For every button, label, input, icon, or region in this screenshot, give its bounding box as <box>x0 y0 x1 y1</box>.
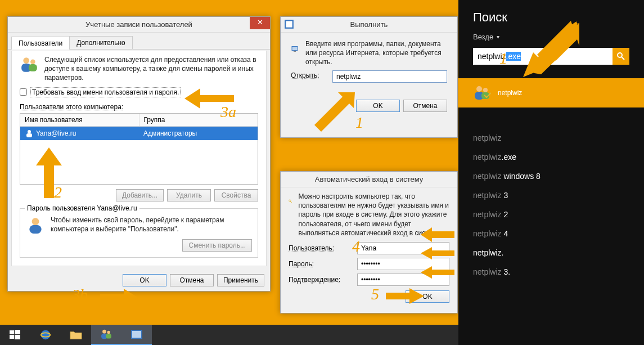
cancel-button[interactable]: Отмена <box>170 274 214 286</box>
run-ok-button[interactable]: OK <box>356 100 400 112</box>
netplwiz-task-button[interactable] <box>91 325 121 345</box>
run-task-button[interactable] <box>121 325 152 345</box>
svg-point-17 <box>476 86 482 92</box>
suggestion[interactable]: netplwiz.exe <box>473 153 629 162</box>
tab-users[interactable]: Пользователи <box>11 37 70 50</box>
run-icon <box>284 19 294 29</box>
search-input[interactable]: netplwiz.exe <box>473 48 613 65</box>
user-accounts-title-bar: Учетные записи пользователей ✕ <box>8 17 270 33</box>
start-button[interactable] <box>0 325 30 345</box>
svg-rect-32 <box>132 331 141 338</box>
autologin-title: Автоматический вход в систему <box>315 175 424 183</box>
search-scope[interactable]: Везде ▾ <box>473 33 629 41</box>
svg-rect-24 <box>15 335 20 339</box>
svg-rect-11 <box>292 47 297 50</box>
svg-rect-23 <box>10 335 14 339</box>
svg-point-15 <box>618 53 622 57</box>
run-title: Выполнить <box>350 20 388 29</box>
ok-button[interactable]: OK <box>123 274 166 286</box>
search-icon <box>616 52 625 61</box>
open-label: Открыть: <box>291 71 327 79</box>
top-result[interactable]: netplwiz <box>458 78 644 107</box>
apply-button[interactable]: Применить <box>217 274 264 286</box>
svg-point-29 <box>107 331 110 334</box>
autologin-ok-button[interactable]: OK <box>406 290 449 303</box>
properties-button[interactable]: Свойства <box>214 189 258 201</box>
suggestion[interactable]: netplwiz windows 8 <box>473 172 629 181</box>
users-table: Имя пользователя Группа Yana@live.ru Адм… <box>20 113 258 185</box>
autologin-title-bar: Автоматический вход в систему <box>281 172 457 187</box>
autologin-dialog: Автоматический вход в систему Можно наст… <box>280 171 458 313</box>
svg-rect-22 <box>15 330 20 334</box>
remove-button[interactable]: Удалить <box>167 189 211 201</box>
user-input[interactable] <box>357 242 449 254</box>
run-input[interactable] <box>332 70 447 83</box>
confirm-label: Подтверждение: <box>289 276 352 284</box>
col-group[interactable]: Группа <box>139 114 258 126</box>
run-small-icon <box>131 330 142 339</box>
explorer-button[interactable] <box>61 325 91 345</box>
add-button[interactable]: Добавить... <box>116 189 164 201</box>
suggestion[interactable]: netplwiz 2 <box>473 210 629 219</box>
netplwiz-icon <box>473 84 491 102</box>
password-input[interactable] <box>357 258 449 270</box>
top-result-label: netplwiz <box>498 89 522 97</box>
single-user-icon <box>26 216 45 235</box>
suggestion[interactable]: netplwiz. <box>473 248 629 257</box>
svg-line-16 <box>622 57 624 60</box>
password-help: Чтобы изменить свой пароль, перейдите к … <box>51 216 252 235</box>
require-login-label[interactable]: Требовать ввод имени пользователя и паро… <box>30 87 181 97</box>
suggestion[interactable]: netplwiz 3. <box>473 267 629 276</box>
svg-rect-14 <box>290 201 292 203</box>
tabs: Пользователи Дополнительно <box>8 33 270 50</box>
users-icon <box>20 55 39 74</box>
run-hint: Введите имя программы, папки, документа … <box>305 39 447 67</box>
confirm-input[interactable] <box>357 274 449 286</box>
run-cancel-button[interactable]: Отмена <box>403 100 447 112</box>
search-query-selection: .exe <box>506 52 521 61</box>
password-group-title: Пароль пользователя Yana@live.ru <box>25 204 139 212</box>
annotation-arrow <box>99 289 139 309</box>
svg-point-0 <box>23 57 29 64</box>
autologin-hint: Можно настроить компьютер так, что польз… <box>299 192 449 238</box>
run-dialog: Выполнить Введите имя программы, папки, … <box>280 16 458 138</box>
svg-rect-30 <box>106 334 111 338</box>
require-login-checkbox[interactable] <box>20 88 27 96</box>
chevron-down-icon: ▾ <box>497 34 499 40</box>
scope-label: Везде <box>473 33 493 41</box>
close-button[interactable]: ✕ <box>250 17 270 29</box>
password-group: Пароль пользователя Yana@live.ru Чтобы и… <box>20 208 258 258</box>
svg-point-27 <box>102 330 106 334</box>
change-password-button[interactable]: Сменить пароль... <box>182 239 252 252</box>
folder-icon <box>70 329 82 340</box>
search-panel: Поиск Везде ▾ netplwiz.exe netplwiz netp… <box>458 0 644 345</box>
search-query-text: netplwiz <box>478 52 506 61</box>
windows-icon <box>10 329 21 340</box>
table-row[interactable]: Yana@live.ru Администраторы <box>20 127 258 140</box>
svg-rect-7 <box>29 225 41 234</box>
col-username[interactable]: Имя пользователя <box>20 114 139 126</box>
run-program-icon <box>291 39 300 59</box>
password-label: Пароль: <box>289 260 352 268</box>
svg-point-19 <box>483 88 488 92</box>
suggestion[interactable]: netplwiz 4 <box>473 229 629 238</box>
taskbar <box>0 325 458 345</box>
svg-point-6 <box>32 218 39 225</box>
users-list-label: Пользователи этого компьютера: <box>20 103 258 111</box>
row-group: Администраторы <box>139 127 258 140</box>
user-icon <box>25 129 34 138</box>
user-label: Пользователь: <box>289 244 352 252</box>
svg-point-4 <box>28 130 31 133</box>
row-username: Yana@live.ru <box>36 129 76 137</box>
svg-rect-5 <box>26 133 32 137</box>
run-title-bar: Выполнить <box>281 17 457 33</box>
suggestion[interactable]: netplwiz 3 <box>473 191 629 200</box>
ie-icon <box>39 329 52 341</box>
ie-button[interactable] <box>30 325 61 345</box>
key-icon <box>289 192 293 211</box>
svg-point-2 <box>30 59 35 64</box>
tab-advanced[interactable]: Дополнительно <box>69 36 132 49</box>
svg-rect-12 <box>294 51 296 51</box>
search-button[interactable] <box>613 48 629 65</box>
suggestion[interactable]: netplwiz <box>473 133 629 142</box>
